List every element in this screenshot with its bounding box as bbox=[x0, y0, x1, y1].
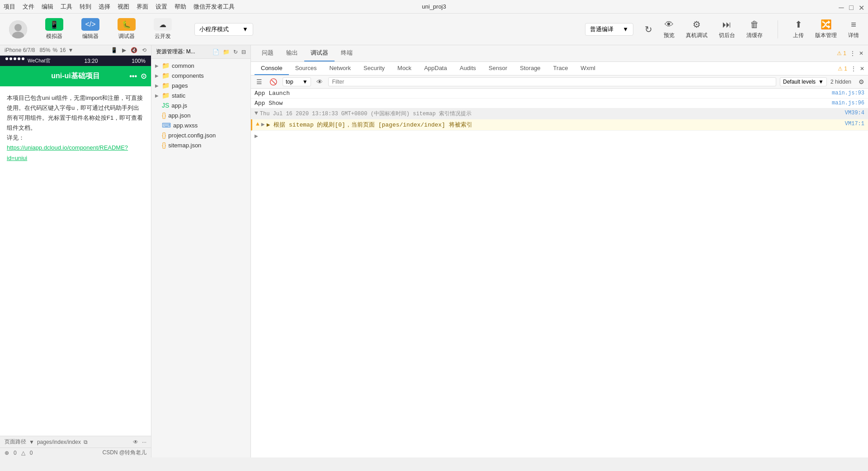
editor-button[interactable]: </> 编辑器 bbox=[77, 18, 104, 40]
subtab-mock[interactable]: Mock bbox=[391, 62, 418, 75]
subtab-security[interactable]: Security bbox=[357, 62, 391, 75]
detail-button[interactable]: ≡ 详情 bbox=[848, 19, 859, 39]
tab-issues[interactable]: 问题 bbox=[255, 45, 280, 61]
tree-item-components[interactable]: ▶ 📁 components bbox=[151, 71, 250, 80]
eye-console-button[interactable]: 👁 bbox=[315, 77, 325, 86]
menu-settings[interactable]: 设置 bbox=[156, 3, 167, 11]
sidebar-toggle-button[interactable]: ☰ bbox=[255, 77, 264, 86]
console-link-sitemap-warning[interactable]: VM17:1 bbox=[845, 121, 864, 127]
subtab-sources[interactable]: Sources bbox=[289, 62, 323, 75]
subtab-storage[interactable]: Storage bbox=[514, 62, 547, 75]
preview-button[interactable]: 👁 预览 bbox=[664, 19, 675, 39]
real-debug-button[interactable]: ⚙ 真机调试 bbox=[686, 19, 708, 39]
more-icon-2[interactable]: ⋮ bbox=[851, 66, 856, 72]
tab-terminal[interactable]: 终端 bbox=[335, 45, 359, 61]
error-count: 0 bbox=[14, 450, 17, 456]
menu-project[interactable]: 项目 bbox=[4, 3, 15, 11]
phone-model: iPhone 6/7/8 bbox=[5, 47, 35, 53]
version-button[interactable]: 🔀 版本管理 bbox=[815, 19, 837, 39]
debugger-button[interactable]: 🐛 调试器 bbox=[113, 18, 140, 40]
menu-goto[interactable]: 转到 bbox=[80, 3, 91, 11]
content-link[interactable]: https://uniapp.dcloud.io/component/READM… bbox=[7, 144, 128, 161]
close-icon-2[interactable]: ✕ bbox=[860, 66, 864, 72]
play-button[interactable]: ▶ bbox=[122, 47, 126, 53]
tree-item-common[interactable]: ▶ 📁 common bbox=[151, 61, 250, 71]
tab-output[interactable]: 输出 bbox=[280, 45, 304, 61]
dropdown-icon[interactable]: ▼ bbox=[68, 47, 73, 53]
new-file-icon[interactable]: 📄 bbox=[212, 49, 219, 55]
console-link-sitemap-group[interactable]: VM39:4 bbox=[845, 110, 864, 116]
menu-wechat-tools[interactable]: 微信开发者工具 bbox=[193, 3, 235, 11]
filter-input[interactable] bbox=[328, 77, 776, 86]
new-folder-icon[interactable]: 📁 bbox=[223, 49, 230, 55]
expand-more-icon[interactable]: ▶ bbox=[255, 133, 258, 140]
tree-item-pages[interactable]: ▶ 📁 pages bbox=[151, 80, 250, 90]
subtab-audits[interactable]: Audits bbox=[453, 62, 482, 75]
compile-select[interactable]: 普通编译 ▼ bbox=[585, 23, 633, 36]
home-icon[interactable]: ⊙ bbox=[141, 72, 146, 80]
subtab-trace[interactable]: Trace bbox=[547, 62, 575, 75]
clear-button[interactable]: 🗑 清缓存 bbox=[746, 19, 763, 39]
menu-help[interactable]: 帮助 bbox=[175, 3, 186, 11]
console-link-app-show[interactable]: main.js:96 bbox=[832, 100, 864, 106]
context-select[interactable]: top ▼ bbox=[283, 77, 311, 86]
console-row-sitemap-group: ▼ Thu Jul 16 2020 13:18:33 GMT+0800 (中国标… bbox=[251, 108, 868, 119]
subtab-network[interactable]: Network bbox=[323, 62, 357, 75]
tree-item-static[interactable]: ▶ 📁 static bbox=[151, 90, 250, 100]
expand-arrow-warning[interactable]: ▶ bbox=[261, 121, 265, 128]
minimize-button[interactable]: ─ bbox=[838, 4, 844, 10]
menu-view[interactable]: 视图 bbox=[118, 3, 129, 11]
warning-badge: ⚠ 1 bbox=[837, 50, 846, 57]
menu-interface[interactable]: 界面 bbox=[137, 3, 148, 11]
more-icon[interactable]: ··· bbox=[142, 439, 146, 445]
tree-item-app-wxss[interactable]: ⌨ app.wxss bbox=[151, 120, 250, 130]
refresh-tree-icon[interactable]: ↻ bbox=[233, 49, 238, 55]
network-speed: 16 bbox=[60, 47, 66, 53]
clear-console-button[interactable]: 🚫 bbox=[268, 77, 279, 86]
close-button[interactable]: ✕ bbox=[858, 4, 864, 10]
refresh-button[interactable]: ↻ bbox=[645, 24, 652, 35]
maximize-button[interactable]: □ bbox=[848, 4, 854, 10]
subtab-sensor[interactable]: Sensor bbox=[482, 62, 514, 75]
switch-button[interactable]: ⏭ 切后台 bbox=[719, 19, 735, 39]
subtab-appdata[interactable]: AppData bbox=[418, 62, 453, 75]
mode-select[interactable]: 小程序模式 ▼ bbox=[194, 23, 253, 36]
tree-item-app-js[interactable]: JS app.js bbox=[151, 100, 250, 110]
page-path-bar: 页面路径 ▼ pages/index/index ⧉ 👁 ··· bbox=[0, 436, 151, 447]
level-select[interactable]: Default levels ▼ bbox=[780, 77, 827, 86]
menu-select[interactable]: 选择 bbox=[99, 3, 110, 11]
more-devtools-icon[interactable]: ⋮ bbox=[850, 50, 855, 57]
close-devtools-icon[interactable]: ✕ bbox=[859, 50, 863, 57]
level-dropdown-icon: ▼ bbox=[818, 79, 824, 85]
level-value: Default levels bbox=[783, 79, 816, 85]
warning-status-value: 0 bbox=[30, 450, 33, 456]
menu-edit[interactable]: 编辑 bbox=[42, 3, 53, 11]
console-link-app-launch[interactable]: main.js:93 bbox=[832, 90, 864, 96]
eye-icon[interactable]: 👁 bbox=[133, 439, 138, 445]
console-text-app-show: App Show bbox=[255, 100, 832, 107]
cloud-button[interactable]: ☁ 云开发 bbox=[149, 18, 176, 40]
tree-item-project-config[interactable]: {} project.config.json bbox=[151, 130, 250, 140]
subtab-wxml[interactable]: Wxml bbox=[574, 62, 602, 75]
tree-item-sitemap[interactable]: {} sitemap.json bbox=[151, 140, 250, 150]
console-row-sitemap-warning: ▲ ▶ ▶ 根据 sitemap 的规则[0]，当前页面 [pages/inde… bbox=[251, 119, 868, 131]
path-arrow[interactable]: ▼ bbox=[29, 439, 34, 445]
menu-file[interactable]: 文件 bbox=[23, 3, 34, 11]
simulator-button[interactable]: 📱 模拟器 bbox=[41, 18, 68, 40]
console-text-sitemap-group: Thu Jul 16 2020 13:18:33 GMT+0800 (中国标准时… bbox=[260, 110, 845, 118]
collapse-all-icon[interactable]: ⊟ bbox=[241, 49, 246, 55]
mute-button[interactable]: 🔇 bbox=[131, 47, 137, 53]
rotate-button[interactable]: ⟲ bbox=[142, 47, 146, 53]
console-settings-icon[interactable]: ⚙ bbox=[859, 78, 864, 85]
expand-arrow[interactable]: ▼ bbox=[255, 110, 258, 117]
menu-tools[interactable]: 工具 bbox=[61, 3, 72, 11]
subtab-console[interactable]: Console bbox=[255, 62, 289, 75]
phone-icon[interactable]: 📱 bbox=[111, 47, 118, 53]
tree-item-app-json[interactable]: {} app.json bbox=[151, 110, 250, 120]
menu-dots-icon[interactable]: ••• bbox=[129, 72, 137, 80]
toolbar: 📱 模拟器 </> 编辑器 🐛 调试器 ☁ 云开发 小程序模式 ▼ 普通编译 ▼… bbox=[0, 14, 868, 45]
console-row-app-show: App Show main.js:96 bbox=[251, 99, 868, 108]
copy-icon[interactable]: ⧉ bbox=[84, 439, 88, 445]
upload-button[interactable]: ⬆ 上传 bbox=[793, 19, 804, 39]
tab-debugger[interactable]: 调试器 bbox=[304, 45, 335, 61]
